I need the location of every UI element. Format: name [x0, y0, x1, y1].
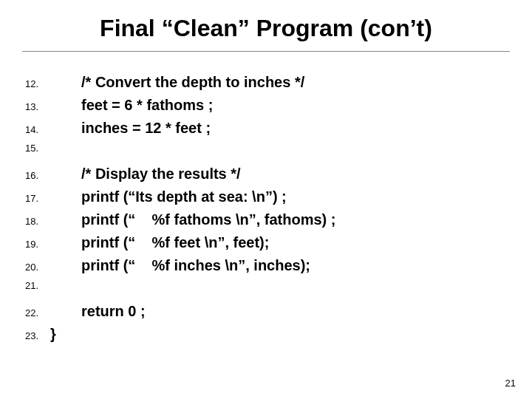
code-line: 12. /* Convert the depth to inches */ — [25, 74, 532, 93]
line-number: 20. — [25, 262, 50, 273]
line-number: 13. — [25, 101, 50, 112]
code-text: } — [50, 326, 56, 343]
code-line: 14. inches = 12 * feet ; — [25, 120, 532, 139]
slide-title: Final “Clean” Program (con’t) — [22, 0, 510, 52]
code-line: 13. feet = 6 * fathoms ; — [25, 97, 532, 116]
code-line: 21. — [25, 280, 532, 299]
line-number: 15. — [25, 143, 50, 154]
line-number: 17. — [25, 193, 50, 204]
code-block: 12. /* Convert the depth to inches */ 13… — [0, 74, 532, 345]
code-text: return 0 ; — [50, 303, 146, 320]
code-line: 16. /* Display the results */ — [25, 166, 532, 185]
code-text: printf (“ %f inches \n”, inches); — [50, 257, 310, 274]
line-number: 21. — [25, 280, 50, 291]
code-text: inches = 12 * feet ; — [50, 120, 211, 137]
code-text: printf (“ %f feet \n”, feet); — [50, 234, 269, 251]
code-line: 19. printf (“ %f feet \n”, feet); — [25, 234, 532, 253]
line-number: 23. — [25, 330, 50, 341]
code-line: 22. return 0 ; — [25, 303, 532, 322]
code-line: 23. } — [25, 326, 532, 345]
line-number: 12. — [25, 78, 50, 89]
code-line: 17. printf (“Its depth at sea: \n”) ; — [25, 188, 532, 208]
code-text: printf (“ %f fathoms \n”, fathoms) ; — [50, 211, 335, 228]
line-number: 19. — [25, 239, 50, 250]
code-text: feet = 6 * fathoms ; — [50, 97, 213, 114]
code-line: 18. printf (“ %f fathoms \n”, fathoms) ; — [25, 211, 532, 231]
code-text: /* Convert the depth to inches */ — [50, 74, 304, 91]
line-number: 14. — [25, 124, 50, 135]
slide-number: 21 — [505, 378, 516, 389]
code-line: 20. printf (“ %f inches \n”, inches); — [25, 257, 532, 276]
code-text: /* Display the results */ — [50, 166, 241, 183]
code-line: 15. — [25, 143, 532, 162]
code-text: printf (“Its depth at sea: \n”) ; — [50, 188, 287, 205]
line-number: 22. — [25, 307, 50, 318]
line-number: 18. — [25, 216, 50, 227]
line-number: 16. — [25, 170, 50, 181]
